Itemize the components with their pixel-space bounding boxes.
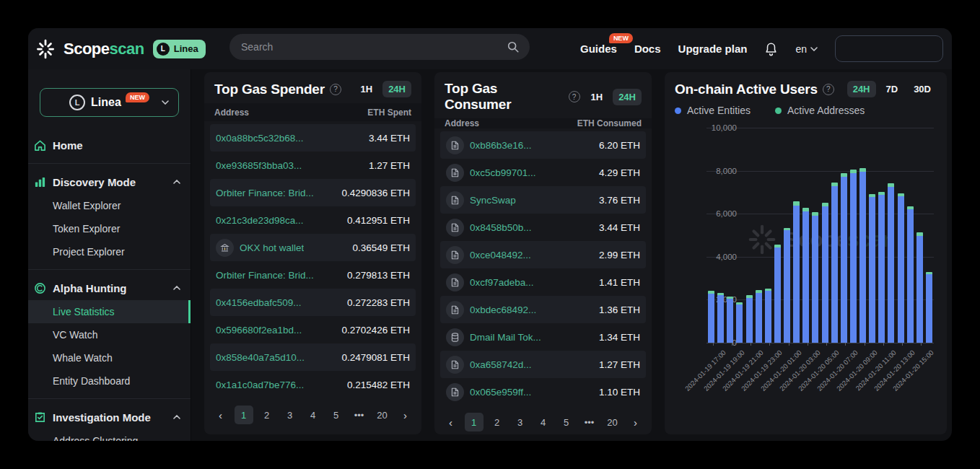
page-button-2[interactable]: 2 — [258, 406, 276, 424]
address-link[interactable]: 0xce048492... — [470, 250, 531, 260]
toggle-7d[interactable]: 7D — [880, 81, 904, 97]
bar-hour-6[interactable] — [765, 289, 771, 343]
bar-hour-22[interactable] — [916, 232, 923, 343]
sidebar-item-whale-watch[interactable]: Whale Watch — [28, 346, 191, 369]
table-row[interactable]: 0xa658742d...1.27 ETH — [440, 351, 646, 378]
table-row[interactable]: 0x0a88bc5c32b68...3.44 ETH — [210, 124, 416, 152]
page-button-2[interactable]: 2 — [488, 413, 507, 431]
page-button-4[interactable]: 4 — [534, 413, 553, 431]
help-icon[interactable]: ? — [823, 84, 834, 95]
address-link[interactable]: 0xc5cb99701... — [470, 167, 536, 178]
table-row[interactable]: 0x21c3de23d98ca...0.412951 ETH — [210, 206, 416, 234]
toggle-24h[interactable]: 24H — [382, 81, 411, 97]
table-row[interactable]: 0x1a1c0ad7be776...0.215482 ETH — [210, 371, 416, 398]
sidebar-item-home[interactable]: Home — [28, 133, 191, 157]
toggle-1h[interactable]: 1H — [355, 81, 379, 97]
bar-hour-17[interactable] — [869, 194, 875, 343]
sidebar-item-wallet-explorer[interactable]: Wallet Explorer — [28, 194, 191, 217]
table-row[interactable]: OKX hot wallet0.36549 ETH — [210, 234, 416, 261]
bar-hour-16[interactable] — [859, 168, 866, 343]
page-button-20[interactable]: 20 — [603, 413, 622, 431]
sidebar-item-token-explorer[interactable]: Token Explorer — [28, 217, 191, 240]
search-input[interactable] — [241, 41, 507, 53]
page-button-3[interactable]: 3 — [281, 406, 299, 424]
bar-hour-19[interactable] — [888, 183, 894, 343]
bar-hour-13[interactable] — [831, 183, 838, 343]
brand[interactable]: Scopescan L Linea — [28, 38, 206, 60]
next-page-button[interactable]: › — [396, 406, 415, 424]
page-button-1[interactable]: 1 — [235, 406, 253, 424]
address-link[interactable]: 0xb86b3e16... — [470, 140, 532, 151]
nav-docs[interactable]: Docs — [634, 43, 661, 55]
page-button-1[interactable]: 1 — [465, 413, 484, 431]
address-link[interactable]: 0x065e959ff... — [470, 387, 531, 398]
page-button-20[interactable]: 20 — [373, 406, 392, 424]
bar-hour-21[interactable] — [907, 206, 914, 343]
table-row[interactable]: Dmail Mail Tok...1.34 ETH — [440, 323, 646, 351]
address-link[interactable]: 0x596680f2ea1bd... — [216, 325, 302, 336]
language-selector[interactable]: en — [795, 43, 818, 55]
search-bar[interactable] — [229, 34, 530, 60]
address-link[interactable]: SyncSwap — [470, 195, 516, 206]
address-link[interactable]: 0x858e40a7a5d10... — [216, 352, 305, 363]
table-row[interactable]: 0xb86b3e16...6.20 ETH — [440, 131, 646, 159]
header-action-button[interactable] — [835, 35, 943, 62]
bar-hour-11[interactable] — [812, 212, 818, 343]
bar-hour-18[interactable] — [878, 192, 885, 343]
address-link[interactable]: 0xbdec68492... — [470, 304, 536, 315]
table-row[interactable]: 0x8458b50b...3.44 ETH — [440, 214, 646, 241]
bar-hour-12[interactable] — [822, 203, 828, 343]
search-icon[interactable] — [507, 40, 520, 53]
nav-guides[interactable]: Guides NEW — [580, 43, 617, 55]
address-link[interactable]: 0xe93685f3bba03... — [216, 160, 302, 171]
sidebar-item-address-clustering[interactable]: Address Clustering — [28, 429, 191, 441]
address-link[interactable]: 0xcf97adeba... — [470, 277, 534, 288]
address-link[interactable]: OKX hot wallet — [240, 242, 304, 253]
help-icon[interactable]: ? — [569, 91, 580, 102]
bell-icon[interactable] — [764, 42, 778, 56]
bar-hour-14[interactable] — [841, 173, 847, 343]
sidebar-item-live-statistics[interactable]: Live Statistics — [28, 300, 191, 323]
table-row[interactable]: 0xce048492...2.99 ETH — [440, 241, 646, 268]
bar-hour-2[interactable] — [727, 297, 733, 343]
toggle-30d[interactable]: 30D — [908, 81, 937, 97]
page-ellipsis-button[interactable]: ••• — [580, 413, 599, 431]
bar-hour-9[interactable] — [793, 201, 800, 343]
page-ellipsis-button[interactable]: ••• — [350, 406, 369, 424]
sidebar-item-investigation-mode[interactable]: Investigation Mode — [28, 405, 191, 429]
table-row[interactable]: SyncSwap3.76 ETH — [440, 186, 646, 214]
table-row[interactable]: 0x065e959ff...1.10 ETH — [440, 378, 646, 406]
table-row[interactable]: 0x4156edbafc509...0.272283 ETH — [210, 289, 416, 316]
table-row[interactable]: 0xbdec68492...1.36 ETH — [440, 296, 646, 323]
sidebar-item-entity-dashboard[interactable]: Entity Dashboard — [28, 369, 191, 393]
address-link[interactable]: 0x21c3de23d98ca... — [216, 215, 304, 226]
address-link[interactable]: 0x4156edbafc509... — [216, 297, 302, 308]
nav-upgrade-plan[interactable]: Upgrade plan — [678, 43, 748, 55]
toggle-24h[interactable]: 24H — [613, 89, 642, 105]
bar-hour-4[interactable] — [746, 295, 753, 343]
table-row[interactable]: 0x858e40a7a5d10...0.2479081 ETH — [210, 343, 416, 371]
sidebar-item-project-explorer[interactable]: Project Explorer — [28, 240, 191, 263]
prev-page-button[interactable]: ‹ — [211, 406, 230, 424]
bar-hour-3[interactable] — [736, 302, 743, 343]
chain-selector[interactable]: L Linea NEW — [40, 88, 179, 117]
page-button-5[interactable]: 5 — [327, 406, 346, 424]
bar-hour-15[interactable] — [850, 170, 857, 343]
help-icon[interactable]: ? — [330, 84, 341, 95]
address-link[interactable]: 0x8458b50b... — [470, 222, 532, 233]
bar-hour-5[interactable] — [756, 290, 762, 343]
sidebar-item-vc-watch[interactable]: VC Watch — [28, 323, 191, 346]
bar-hour-7[interactable] — [774, 245, 781, 343]
table-row[interactable]: 0xe93685f3bba03...1.27 ETH — [210, 152, 416, 179]
address-link[interactable]: 0x0a88bc5c32b68... — [216, 133, 304, 144]
table-row[interactable]: 0xc5cb99701...4.29 ETH — [440, 159, 646, 186]
table-row[interactable]: 0xcf97adeba...1.41 ETH — [440, 268, 646, 296]
table-row[interactable]: Orbiter Finance: Brid...0.4290836 ETH — [210, 179, 416, 206]
address-link[interactable]: Orbiter Finance: Brid... — [216, 270, 314, 281]
bar-hour-0[interactable] — [708, 291, 714, 343]
page-button-3[interactable]: 3 — [511, 413, 530, 431]
toggle-1h[interactable]: 1H — [585, 89, 609, 105]
table-row[interactable]: Orbiter Finance: Brid...0.279813 ETH — [210, 261, 416, 289]
address-link[interactable]: Orbiter Finance: Brid... — [216, 188, 314, 198]
table-row[interactable]: 0x596680f2ea1bd...0.2702426 ETH — [210, 316, 416, 343]
